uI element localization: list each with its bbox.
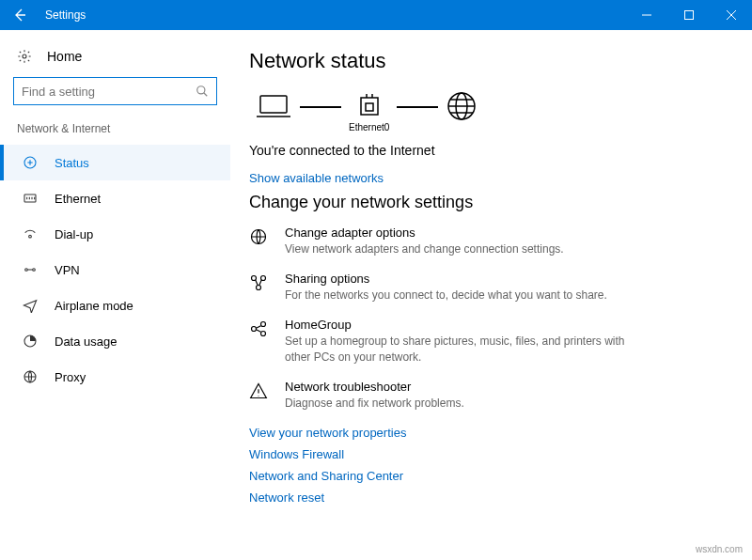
dialup-icon bbox=[21, 226, 39, 241]
nav-label: Ethernet bbox=[55, 192, 101, 206]
svg-point-7 bbox=[29, 235, 32, 238]
svg-line-4 bbox=[204, 93, 208, 97]
adapter-icon bbox=[357, 92, 382, 120]
globe-small-icon bbox=[249, 226, 274, 257]
svg-point-23 bbox=[261, 332, 266, 336]
link-show-networks[interactable]: Show available networks bbox=[249, 171, 714, 185]
link-firewall[interactable]: Windows Firewall bbox=[249, 447, 714, 461]
option-sub: Set up a homegroup to share pictures, mu… bbox=[285, 334, 633, 364]
nav-label: VPN bbox=[55, 263, 80, 277]
ethernet-icon bbox=[21, 191, 39, 206]
svg-point-2 bbox=[23, 54, 26, 58]
nav-label: Proxy bbox=[55, 370, 86, 384]
home-label: Home bbox=[47, 49, 82, 64]
sidebar-item-dialup[interactable]: Dial-up bbox=[0, 216, 230, 252]
link-sharing-center[interactable]: Network and Sharing Center bbox=[249, 469, 714, 483]
airplane-icon bbox=[21, 298, 39, 313]
svg-rect-13 bbox=[361, 98, 378, 115]
gear-icon bbox=[17, 49, 34, 64]
nav-label: Data usage bbox=[55, 334, 118, 349]
link-reset[interactable]: Network reset bbox=[249, 490, 714, 505]
subheading: Change your network settings bbox=[249, 193, 714, 212]
close-button[interactable] bbox=[710, 0, 752, 30]
homegroup-icon bbox=[249, 318, 274, 364]
window-title: Settings bbox=[39, 8, 625, 22]
close-icon bbox=[727, 10, 736, 20]
option-sub: View network adapters and change connect… bbox=[285, 241, 564, 257]
option-title: HomeGroup bbox=[285, 318, 633, 332]
option-title: Change adapter options bbox=[285, 226, 564, 240]
warning-icon bbox=[249, 380, 274, 411]
sidebar-item-proxy[interactable]: Proxy bbox=[0, 359, 230, 395]
section-label: Network & Internet bbox=[0, 118, 230, 145]
sidebar: Home Network & Internet Status Ethernet … bbox=[0, 30, 230, 560]
sidebar-item-vpn[interactable]: VPN bbox=[0, 252, 230, 288]
back-button[interactable] bbox=[0, 0, 39, 30]
nav-label: Status bbox=[55, 156, 89, 170]
svg-point-22 bbox=[261, 322, 266, 327]
option-homegroup[interactable]: HomeGroupSet up a homegroup to share pic… bbox=[249, 318, 714, 364]
option-sharing[interactable]: Sharing optionsFor the networks you conn… bbox=[249, 272, 714, 303]
home-button[interactable]: Home bbox=[0, 43, 230, 77]
diagram-caption: Ethernet0 bbox=[349, 122, 389, 133]
status-icon bbox=[21, 155, 39, 170]
sidebar-item-ethernet[interactable]: Ethernet bbox=[0, 180, 230, 216]
datausage-icon bbox=[21, 334, 39, 349]
maximize-button[interactable] bbox=[667, 0, 710, 30]
maximize-icon bbox=[684, 10, 694, 20]
sidebar-item-status[interactable]: Status bbox=[0, 145, 230, 180]
svg-point-9 bbox=[33, 269, 36, 272]
page-title: Network status bbox=[249, 49, 714, 73]
option-adapter[interactable]: Change adapter optionsView network adapt… bbox=[249, 226, 714, 257]
option-title: Sharing options bbox=[285, 272, 607, 286]
sidebar-item-datausage[interactable]: Data usage bbox=[0, 323, 230, 359]
sharing-icon bbox=[249, 272, 274, 303]
svg-point-20 bbox=[257, 286, 261, 290]
link-properties[interactable]: View your network properties bbox=[249, 426, 714, 440]
computer-icon bbox=[255, 92, 292, 120]
nav-label: Dial-up bbox=[55, 227, 93, 241]
titlebar: Settings bbox=[0, 0, 752, 30]
minimize-button[interactable] bbox=[625, 0, 667, 30]
svg-point-8 bbox=[25, 269, 28, 272]
connection-status: You're connected to the Internet bbox=[249, 143, 714, 158]
main-panel: Network status Ethernet0 You're connecte… bbox=[230, 30, 752, 560]
nav-label: Airplane mode bbox=[55, 299, 133, 313]
option-troubleshoot[interactable]: Network troubleshooterDiagnose and fix n… bbox=[249, 380, 714, 411]
globe-icon bbox=[446, 90, 478, 122]
svg-rect-1 bbox=[684, 11, 693, 20]
search-icon bbox=[196, 85, 209, 98]
vpn-icon bbox=[21, 262, 39, 277]
svg-rect-12 bbox=[260, 96, 287, 113]
watermark: wsxdn.com bbox=[696, 544, 743, 554]
sidebar-item-airplane[interactable]: Airplane mode bbox=[0, 288, 230, 323]
minimize-icon bbox=[642, 10, 651, 20]
search-input[interactable] bbox=[22, 85, 196, 99]
network-diagram: Ethernet0 bbox=[249, 90, 714, 135]
proxy-icon bbox=[21, 369, 39, 384]
option-sub: Diagnose and fix network problems. bbox=[285, 396, 464, 411]
search-box[interactable] bbox=[13, 77, 217, 105]
arrow-left-icon bbox=[12, 8, 27, 23]
svg-point-21 bbox=[252, 327, 257, 332]
svg-rect-14 bbox=[366, 103, 373, 111]
option-sub: For the networks you connect to, decide … bbox=[285, 288, 607, 303]
svg-point-3 bbox=[197, 86, 205, 94]
option-title: Network troubleshooter bbox=[285, 380, 464, 394]
